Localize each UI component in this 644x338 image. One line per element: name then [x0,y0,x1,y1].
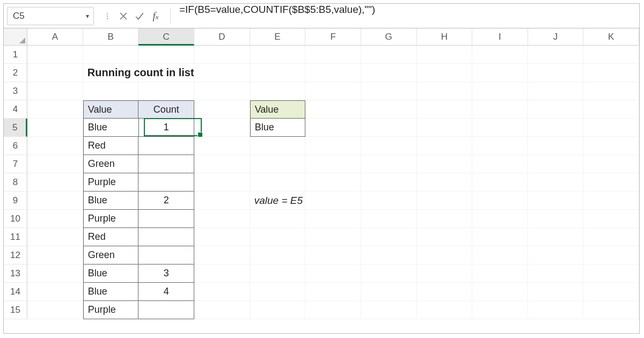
cell-A13[interactable] [27,264,83,283]
select-all-corner[interactable] [4,28,27,46]
cell-E8[interactable] [250,173,306,192]
cell-K4[interactable] [583,100,639,119]
cell-H5[interactable] [417,119,473,137]
cell-J11[interactable] [528,228,584,246]
cell-E1[interactable] [250,46,306,64]
cell-J5[interactable] [528,119,584,137]
cell-I5[interactable] [472,119,528,137]
column-header-I[interactable]: I [472,28,528,46]
cell-E10[interactable] [250,210,306,228]
cell-C3[interactable] [138,82,194,100]
enter-icon[interactable] [133,8,147,24]
cancel-icon[interactable] [116,8,130,24]
cell-E14[interactable] [250,283,306,301]
cell-D11[interactable] [194,228,250,246]
cell-C9[interactable]: 2 [138,192,194,210]
cell-J10[interactable] [528,210,584,228]
cell-C4[interactable]: Count [138,100,194,119]
cell-I14[interactable] [472,283,528,301]
row-header-6[interactable]: 6 [4,137,27,155]
cell-J2[interactable] [528,64,584,82]
cell-F10[interactable] [305,210,361,228]
cell-E4[interactable]: Value [250,100,306,119]
cell-F9[interactable] [305,192,361,210]
row-header-3[interactable]: 3 [4,82,27,100]
row-header-7[interactable]: 7 [4,155,27,173]
cell-F2[interactable] [305,64,361,82]
cell-I2[interactable] [472,64,528,82]
cell-H9[interactable] [417,192,473,210]
cell-C12[interactable] [138,246,194,264]
formula-input[interactable]: =IF(B5=value,COUNTIF($B$5:B5,value),"") [174,4,639,28]
cell-I1[interactable] [472,46,528,64]
cell-D14[interactable] [194,283,250,301]
cell-G9[interactable] [361,192,417,210]
name-box[interactable]: C5 ▾ [7,7,94,25]
cell-K5[interactable] [583,119,639,137]
cell-F4[interactable] [305,100,361,119]
cell-F11[interactable] [305,228,361,246]
cell-I12[interactable] [472,246,528,264]
cell-I3[interactable] [472,82,528,100]
cell-G14[interactable] [361,283,417,301]
cell-H6[interactable] [417,137,473,155]
cell-D6[interactable] [194,137,250,155]
cell-A3[interactable] [27,82,83,100]
cell-G3[interactable] [361,82,417,100]
cell-D15[interactable] [194,301,250,319]
cell-F1[interactable] [305,46,361,64]
cell-D1[interactable] [194,46,250,64]
cell-B7[interactable]: Green [83,155,139,173]
column-header-H[interactable]: H [417,28,473,46]
cell-H3[interactable] [417,82,473,100]
cell-K9[interactable] [583,192,639,210]
cell-C11[interactable] [138,228,194,246]
column-header-J[interactable]: J [528,28,584,46]
cell-G7[interactable] [361,155,417,173]
cell-K3[interactable] [583,82,639,100]
cell-K11[interactable] [583,228,639,246]
cell-E12[interactable] [250,246,306,264]
cell-D9[interactable] [194,192,250,210]
cell-I8[interactable] [472,173,528,192]
cell-I9[interactable] [472,192,528,210]
cell-C14[interactable]: 4 [138,283,194,301]
row-header-4[interactable]: 4 [4,100,27,119]
cell-G11[interactable] [361,228,417,246]
cell-K2[interactable] [583,64,639,82]
cell-C2[interactable] [138,64,194,82]
cell-H8[interactable] [417,173,473,192]
cell-F12[interactable] [305,246,361,264]
row-header-15[interactable]: 15 [4,301,27,319]
row-header-13[interactable]: 13 [4,264,27,283]
cell-J3[interactable] [528,82,584,100]
cell-G8[interactable] [361,173,417,192]
more-icon[interactable]: ⋮ [100,8,114,24]
row-header-1[interactable]: 1 [4,46,27,64]
cell-K15[interactable] [583,301,639,319]
cell-A10[interactable] [27,210,83,228]
cell-A2[interactable] [27,64,83,82]
cell-C15[interactable] [138,301,194,319]
cell-B9[interactable]: Blue [83,192,139,210]
cell-A6[interactable] [27,137,83,155]
cell-I11[interactable] [472,228,528,246]
cell-J1[interactable] [528,46,584,64]
cell-K14[interactable] [583,283,639,301]
cell-E7[interactable] [250,155,306,173]
cell-G12[interactable] [361,246,417,264]
cell-C1[interactable] [138,46,194,64]
cell-I15[interactable] [472,301,528,319]
column-header-A[interactable]: A [27,28,83,46]
cell-G1[interactable] [361,46,417,64]
cell-B15[interactable]: Purple [83,301,139,319]
cell-F3[interactable] [305,82,361,100]
cell-A1[interactable] [27,46,83,64]
cell-K13[interactable] [583,264,639,283]
grid[interactable]: 12Running count in list34ValueCountValue… [4,46,639,319]
cell-F13[interactable] [305,264,361,283]
cell-F7[interactable] [305,155,361,173]
cell-H10[interactable] [417,210,473,228]
row-header-14[interactable]: 14 [4,283,27,301]
column-header-F[interactable]: F [305,28,361,46]
